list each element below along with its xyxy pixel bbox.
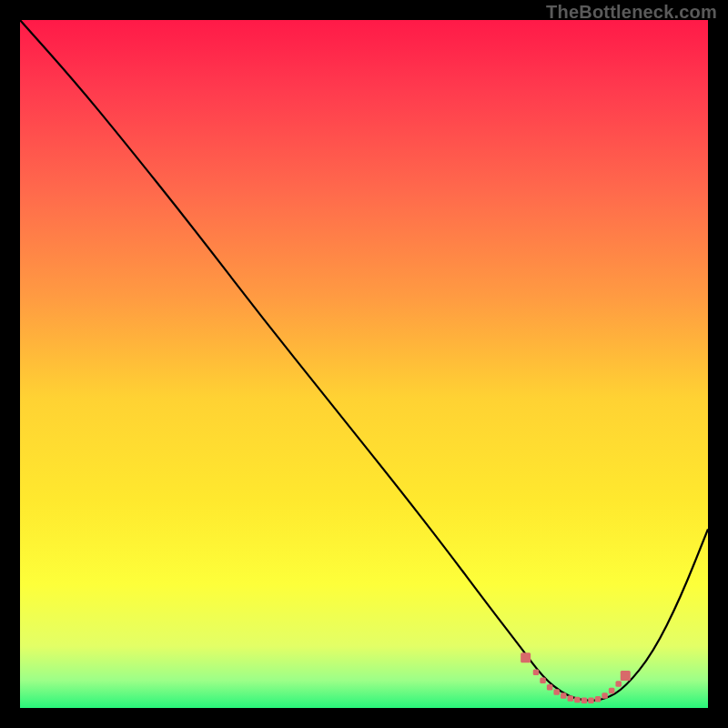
- svg-rect-13: [615, 681, 622, 687]
- svg-rect-4: [553, 689, 560, 695]
- svg-rect-10: [595, 696, 602, 703]
- svg-rect-6: [568, 695, 574, 702]
- chart-background: [20, 20, 708, 708]
- watermark-text: TheBottleneck.com: [546, 2, 717, 23]
- svg-rect-8: [581, 697, 588, 703]
- svg-rect-3: [547, 684, 553, 691]
- bottleneck-chart: TheBottleneck.com: [0, 0, 728, 728]
- chart-svg: [20, 20, 708, 708]
- svg-rect-12: [609, 688, 615, 694]
- svg-rect-14: [621, 671, 631, 681]
- svg-rect-0: [521, 652, 531, 662]
- svg-rect-2: [540, 678, 546, 684]
- svg-rect-7: [574, 697, 581, 703]
- svg-rect-1: [533, 669, 540, 675]
- plot-area: [20, 20, 708, 708]
- svg-rect-11: [602, 693, 608, 699]
- svg-rect-5: [561, 693, 567, 699]
- svg-rect-9: [588, 697, 594, 703]
